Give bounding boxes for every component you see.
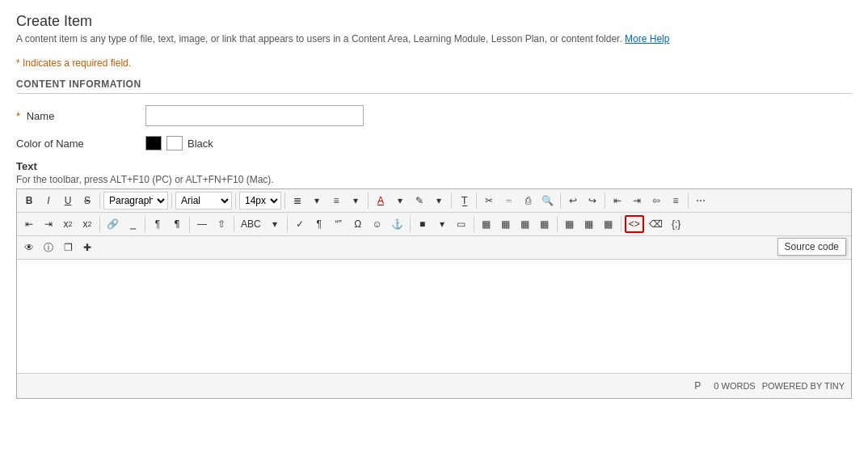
align-right-button[interactable]: ⇦ — [647, 192, 665, 210]
sep-17 — [474, 216, 474, 232]
bold-button[interactable]: B — [20, 192, 38, 210]
sep-15 — [287, 216, 288, 232]
align-justify-button[interactable]: ≡ — [667, 192, 685, 210]
sep-6 — [451, 193, 452, 209]
color-swatch-white[interactable] — [166, 136, 183, 150]
sep-5 — [368, 193, 369, 209]
color-swatch-black[interactable] — [145, 136, 162, 150]
cut-button[interactable]: ✂ — [480, 192, 498, 210]
paste-button[interactable]: ⎙ — [519, 192, 537, 210]
align-left-button[interactable]: ⇤ — [609, 192, 626, 210]
source-code-button[interactable]: <> — [625, 215, 644, 233]
hr-button[interactable]: ― — [193, 215, 211, 233]
unordered-list-button[interactable]: ≡ — [327, 192, 345, 210]
spellcheck-dropdown[interactable]: ▾ — [266, 215, 284, 233]
show-invisible-button[interactable]: ¶̇ — [168, 215, 186, 233]
content-information-header: CONTENT INFORMATION — [16, 78, 852, 94]
grid1-button[interactable]: ▦ — [478, 215, 495, 233]
italic-button[interactable]: I — [40, 192, 57, 210]
media-button[interactable]: ▭ — [453, 215, 470, 233]
ordered-list-button[interactable]: ≣ — [289, 192, 306, 210]
subscript-button[interactable]: x2 — [78, 215, 96, 233]
sep-19 — [621, 216, 622, 232]
size-select[interactable]: 14px — [239, 192, 281, 210]
name-row: * Name — [16, 105, 852, 126]
color-name-label: Black — [188, 138, 213, 150]
text-label: Text — [16, 160, 852, 172]
name-input[interactable] — [145, 105, 364, 126]
superscript-button[interactable]: x2 — [59, 215, 77, 233]
indent-button[interactable]: ⇥ — [40, 215, 57, 233]
unlink-button[interactable]: ⎯ — [124, 215, 141, 233]
undo-button[interactable]: ↩ — [564, 192, 582, 210]
table-dropdown[interactable]: ▾ — [433, 215, 451, 233]
grid2-button[interactable]: ▦ — [497, 215, 515, 233]
toolbar-hint: For the toolbar, press ALT+F10 (PC) or A… — [16, 174, 852, 185]
sep-10 — [688, 193, 689, 209]
source-code-tooltip: Source code — [777, 238, 846, 256]
quotes-button[interactable]: “” — [330, 215, 348, 233]
sep-4 — [284, 193, 285, 209]
sep-12 — [145, 216, 145, 232]
sep-3 — [235, 193, 236, 209]
check-button[interactable]: ✓ — [291, 215, 309, 233]
toolbar-row-3: 👁 ⓘ ❐ ✚ Source code — [17, 236, 851, 260]
pilcrow-button[interactable]: ¶ — [310, 215, 328, 233]
highlight-button[interactable]: ✎ — [411, 192, 428, 210]
typography-button[interactable]: ⌫ — [646, 215, 666, 233]
grid7-button[interactable]: ▦ — [600, 215, 617, 233]
add-button[interactable]: ✚ — [78, 239, 96, 256]
accessibility-button[interactable]: ⓘ — [40, 239, 57, 256]
underline-button[interactable]: U — [59, 192, 77, 210]
toolbar-row-1: B I U S Paragraph Arial 14px ≣ ▾ ≡ ▾ — [17, 189, 851, 213]
font-select[interactable]: Arial — [175, 192, 232, 210]
show-blocks-button[interactable]: ¶ — [149, 215, 166, 233]
emoticon-button[interactable]: ☺ — [369, 215, 386, 233]
align-center-button[interactable]: ⇥ — [628, 192, 646, 210]
sep-1 — [99, 193, 100, 209]
paragraph-select[interactable]: Paragraph — [103, 192, 168, 210]
strikethrough-button[interactable]: S — [78, 192, 96, 210]
outdent-button[interactable]: ⇤ — [20, 215, 38, 233]
grid4-button[interactable]: ▦ — [536, 215, 554, 233]
anchor-button[interactable]: ⚓ — [388, 215, 407, 233]
redo-button[interactable]: ↪ — [584, 192, 601, 210]
grid5-button[interactable]: ▦ — [561, 215, 579, 233]
preview-eye-button[interactable]: 👁 — [20, 239, 38, 256]
sep-14 — [234, 216, 234, 232]
toolbar-row-2: ⇤ ⇥ x2 x2 🔗 ⎯ ¶ ¶̇ ― ⇧ ABC ▾ ✓ ¶ — [17, 213, 851, 236]
copy-button[interactable]: ⎓ — [499, 192, 517, 210]
required-notice: * Indicates a required field. — [16, 57, 852, 69]
editor-content[interactable] — [17, 260, 851, 373]
grid3-button[interactable]: ▦ — [516, 215, 534, 233]
sep-11 — [99, 216, 100, 232]
word-count: 0 WORDS — [714, 381, 755, 391]
required-star: * — [16, 110, 20, 122]
sep-18 — [557, 216, 558, 232]
custom-button[interactable]: {;} — [668, 215, 685, 233]
spellcheck-button[interactable]: ABC — [238, 215, 264, 233]
grid6-button[interactable]: ▦ — [580, 215, 598, 233]
sep-2 — [171, 193, 172, 209]
font-color-button[interactable]: A — [372, 192, 390, 210]
upload-button[interactable]: ⇧ — [213, 215, 230, 233]
highlight-dropdown[interactable]: ▾ — [430, 192, 448, 210]
editor-footer: P 0 WORDS POWERED BY TINY — [17, 373, 851, 398]
clear-format-button[interactable]: T̲ — [455, 192, 473, 210]
p-tag: P — [688, 377, 707, 395]
link-button[interactable]: 🔗 — [103, 215, 122, 233]
color-swatch-container: Black — [145, 136, 213, 150]
more-help-link[interactable]: More Help — [625, 33, 669, 44]
more-button[interactable]: ⋯ — [692, 192, 710, 210]
table-button[interactable]: ■ — [414, 215, 432, 233]
font-color-dropdown[interactable]: ▾ — [391, 192, 409, 210]
fullscreen-button[interactable]: ❐ — [59, 239, 77, 256]
unordered-list-dropdown[interactable]: ▾ — [347, 192, 364, 210]
omega-button[interactable]: Ω — [349, 215, 367, 233]
page-description: A content item is any type of file, text… — [16, 33, 852, 44]
search-button[interactable]: 🔍 — [538, 192, 557, 210]
sep-7 — [476, 193, 477, 209]
ordered-list-dropdown[interactable]: ▾ — [308, 192, 326, 210]
color-label: Color of Name — [16, 138, 145, 150]
sep-16 — [410, 216, 411, 232]
